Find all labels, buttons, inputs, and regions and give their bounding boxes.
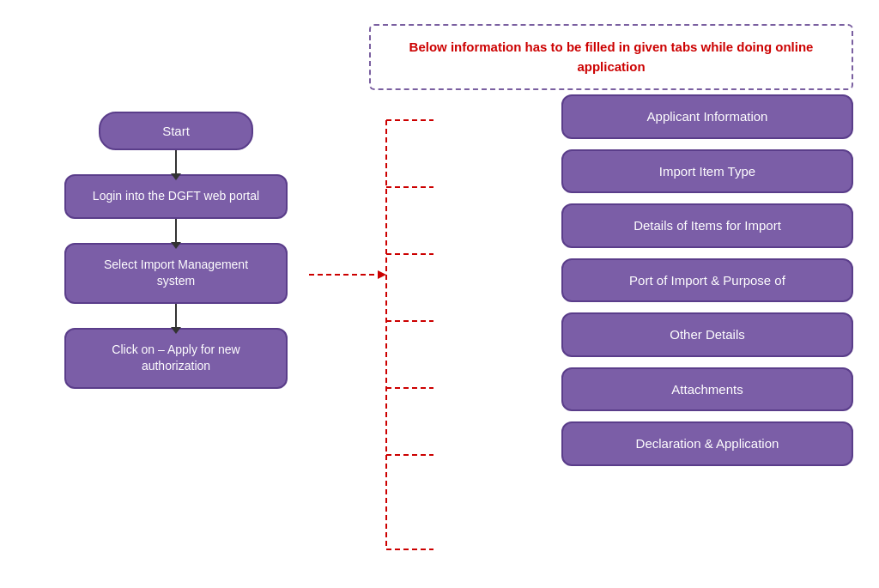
connector-svg bbox=[309, 94, 498, 575]
flow-start-box: Start bbox=[99, 112, 253, 150]
tab-import-item-type: Import Item Type bbox=[561, 149, 853, 194]
tab-port-import-label: Port of Import & Purpose of bbox=[629, 273, 785, 288]
flow-step-1: Login into the DGFT web portal bbox=[64, 174, 288, 219]
flowchart: Start Login into the DGFT web portal Sel… bbox=[43, 112, 309, 389]
tab-applicant-info: Applicant Information bbox=[561, 94, 853, 139]
tab-details-items-label: Details of Items for Import bbox=[633, 218, 781, 233]
info-box-text: Below information has to be filled in gi… bbox=[409, 39, 814, 74]
tab-declaration-label: Declaration & Application bbox=[636, 436, 779, 451]
tab-other-details-label: Other Details bbox=[670, 327, 745, 342]
svg-marker-1 bbox=[378, 270, 386, 279]
flow-step-3: Click on – Apply for new authorization bbox=[64, 328, 288, 389]
page: Below information has to be filled in gi… bbox=[0, 0, 879, 588]
flow-step-1-label: Login into the DGFT web portal bbox=[93, 189, 259, 203]
tabs-column: Applicant Information Import Item Type D… bbox=[561, 94, 853, 466]
flow-step-3-label: Click on – Apply for new authorization bbox=[112, 342, 239, 373]
tab-port-import: Port of Import & Purpose of bbox=[561, 258, 853, 303]
tab-applicant-info-label: Applicant Information bbox=[647, 109, 768, 124]
flow-step-2-label: Select Import Management system bbox=[104, 258, 248, 288]
tab-other-details: Other Details bbox=[561, 312, 853, 357]
tab-attachments: Attachments bbox=[561, 367, 853, 412]
tab-declaration: Declaration & Application bbox=[561, 421, 853, 466]
tab-import-item-type-label: Import Item Type bbox=[659, 164, 755, 179]
tab-details-items: Details of Items for Import bbox=[561, 203, 853, 248]
info-box: Below information has to be filled in gi… bbox=[369, 24, 853, 90]
flow-step-2: Select Import Management system bbox=[64, 243, 288, 304]
flow-start-label: Start bbox=[162, 124, 190, 138]
tab-attachments-label: Attachments bbox=[671, 382, 743, 397]
